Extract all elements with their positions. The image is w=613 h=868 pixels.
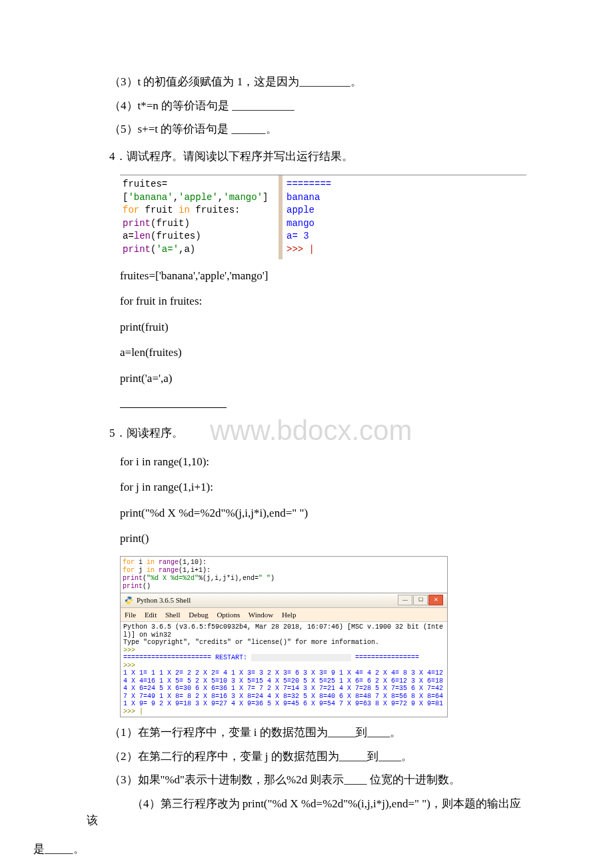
code-builtin: print bbox=[123, 583, 143, 590]
code-text: ] bbox=[263, 192, 268, 203]
menu-help[interactable]: Help bbox=[282, 611, 296, 619]
menu-debug[interactable]: Debug bbox=[189, 611, 208, 619]
code-string: "%d X %d=%2d" bbox=[147, 575, 199, 582]
code-builtin: len bbox=[134, 231, 151, 241]
plain-code-line: print(fruit) bbox=[120, 317, 526, 338]
code-keyword: for bbox=[123, 559, 135, 566]
code-text: ) bbox=[271, 575, 275, 582]
q5-sub-2: （2）在第二行的程序中，变量 j 的数据范围为_____到____。 bbox=[87, 748, 526, 765]
menu-edit[interactable]: Edit bbox=[145, 611, 157, 619]
answer-blank bbox=[120, 395, 227, 408]
shell-code-top: for i in range(1,10): for j in range(1,i… bbox=[121, 557, 447, 593]
q4-output-pane: ======== banana apple mango a= 3 >>> | bbox=[283, 175, 335, 259]
code-text: (fruit) bbox=[151, 218, 190, 229]
code-string: 'banana' bbox=[128, 192, 173, 203]
minimize-icon[interactable]: — bbox=[398, 595, 412, 605]
plain-code-line: a=len(fruites) bbox=[120, 343, 526, 363]
q5-sub-3: （3）如果"%d"表示十进制数，那么%2d 则表示____ 位宽的十进制数。 bbox=[87, 771, 526, 789]
code-line: for j in range(1,i+1): bbox=[120, 477, 526, 498]
code-text: %(j,i,j*i),end= bbox=[199, 575, 259, 582]
shell-prompt: >>> bbox=[123, 647, 135, 654]
shell-body: Python 3.6.5 (v3.6.5:f59c0932b4, Mar 28 … bbox=[121, 622, 447, 717]
q5-sub-4a: （4）第三行程序改为 print("%d X %d=%2d"%(i,j,i*j)… bbox=[87, 795, 526, 829]
code-string: 'mango' bbox=[223, 192, 263, 203]
q4-title: 4．调试程序。请阅读以下程序并写出运行结果。 bbox=[87, 148, 526, 165]
code-builtin: print bbox=[123, 244, 151, 255]
plain-code-line: print('a=',a) bbox=[120, 369, 526, 389]
shell-prompt-end: >>> | bbox=[123, 708, 143, 715]
q3-line-4: （4）t*=n 的等价语句是 ___________ bbox=[87, 97, 526, 115]
code-text: () bbox=[143, 583, 151, 590]
q3-line-5: （5）s+=t 的等价语句是 ______。 bbox=[87, 121, 526, 138]
code-text: ,a) bbox=[179, 244, 195, 255]
code-keyword: in bbox=[179, 205, 190, 215]
code-text: , bbox=[218, 192, 223, 203]
shell-output-text: 1 X 1= 1 1 X 2= 2 2 X 2= 4 1 X 3= 3 2 X … bbox=[123, 669, 447, 707]
q4-plain-code: fruites=['banana','apple','mango'] for f… bbox=[120, 266, 526, 415]
menu-shell[interactable]: Shell bbox=[165, 611, 181, 619]
q4-code-figure: fruites=['banana','apple','mango'] for f… bbox=[120, 175, 526, 259]
code-text: , bbox=[173, 192, 179, 203]
q5-shell-figure: for i in range(1,10): for j in range(1,i… bbox=[120, 556, 448, 717]
shell-menu: File Edit Shell Debug Options Window Hel… bbox=[121, 608, 447, 623]
plain-code-line: fruites=['banana','apple','mango'] bbox=[120, 266, 526, 287]
shell-titlebar: Python 3.6.5 Shell — ☐ ✕ bbox=[121, 593, 447, 608]
watermark-container: 5．阅读程序。 www.bdocx.com bbox=[87, 425, 526, 442]
code-keyword: for bbox=[123, 205, 139, 215]
maximize-icon[interactable]: ☐ bbox=[413, 595, 428, 605]
q5-code-block: for i in range(1,10): for j in range(1,i… bbox=[120, 452, 526, 549]
code-string: 'a=' bbox=[156, 244, 179, 255]
code-text: j bbox=[135, 567, 147, 574]
output-line: mango bbox=[287, 217, 331, 231]
code-line: print("%d X %d=%2d"%(j,i,j*i),end=" ") bbox=[120, 503, 526, 524]
menu-window[interactable]: Window bbox=[249, 611, 273, 619]
output-line: banana bbox=[287, 191, 331, 205]
q3-line-3: （3）t 的初值必须赋值为 1，这是因为_________。 bbox=[87, 73, 526, 91]
shell-title-text: Python 3.6.5 Shell bbox=[137, 595, 191, 606]
close-icon[interactable]: ✕ bbox=[428, 595, 443, 605]
output-prompt: >>> | bbox=[287, 243, 331, 257]
shell-restart-tail: ================ bbox=[351, 654, 419, 661]
shell-restart: ====================== RESTART: bbox=[123, 654, 251, 661]
code-text: (fruites) bbox=[151, 231, 201, 241]
code-builtin: print bbox=[123, 575, 143, 582]
output-line: a= 3 bbox=[287, 230, 331, 243]
q5-sub-4b: 是_____。 bbox=[33, 841, 526, 858]
code-text: fruit bbox=[139, 205, 179, 215]
code-keyword: in bbox=[147, 559, 155, 566]
q5-sub-1: （1）在第一行程序中，变量 i 的数据范围为_____到____。 bbox=[87, 724, 526, 741]
code-string: " " bbox=[259, 575, 271, 582]
code-line: print() bbox=[120, 529, 526, 549]
shell-prompt: >>> bbox=[123, 662, 135, 669]
output-line: apple bbox=[287, 204, 331, 217]
code-text: (1,i+1): bbox=[179, 567, 211, 574]
window-controls: — ☐ ✕ bbox=[398, 595, 443, 605]
code-text: (1,10): bbox=[179, 559, 207, 566]
output-sep: ======== bbox=[287, 178, 331, 191]
code-keyword: in bbox=[147, 567, 155, 574]
python-icon bbox=[125, 596, 133, 605]
code-string: 'apple' bbox=[179, 192, 218, 203]
code-builtin: range bbox=[159, 559, 179, 566]
code-builtin: range bbox=[159, 567, 179, 574]
code-text: i bbox=[135, 559, 147, 566]
shell-banner: Python 3.6.5 (v3.6.5:f59c0932b4, Mar 28 … bbox=[123, 623, 443, 639]
menu-options[interactable]: Options bbox=[217, 611, 240, 619]
code-builtin: print bbox=[123, 218, 151, 229]
q5-title: 5．阅读程序。 bbox=[87, 425, 526, 442]
plain-code-line: for fruit in fruites: bbox=[120, 291, 526, 312]
code-text: fruites: bbox=[190, 205, 241, 215]
menu-file[interactable]: File bbox=[125, 611, 136, 619]
code-line: for i in range(1,10): bbox=[120, 452, 526, 473]
code-keyword: for bbox=[123, 567, 135, 574]
code-text: a= bbox=[123, 231, 134, 241]
q4-code-pane: fruites=['banana','apple','mango'] for f… bbox=[120, 175, 283, 259]
shell-banner2: Type "copyright", "credits" or "license(… bbox=[123, 639, 379, 646]
